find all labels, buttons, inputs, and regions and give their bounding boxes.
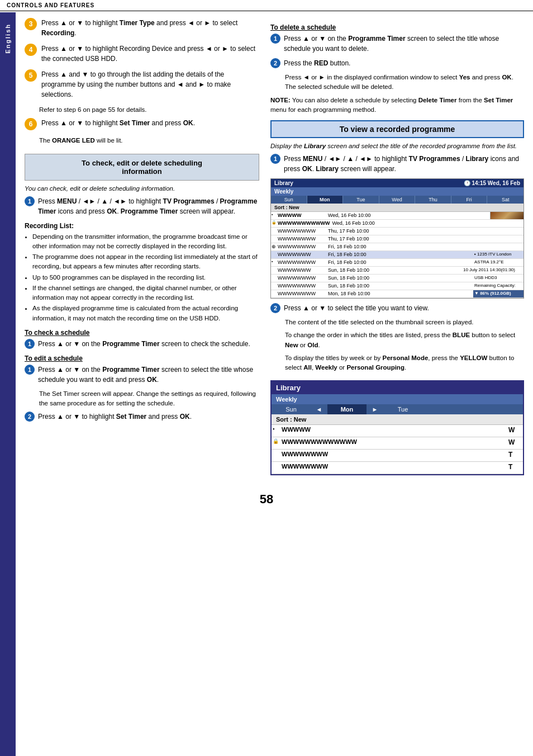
lib2-title-1: WWWWW <box>279 425 506 437</box>
delete-indent-1: Press ◄ or ► in the displayed confirmati… <box>285 73 524 92</box>
delete-step-circle-2: 2 <box>270 58 280 68</box>
section-box-schedule: To check, edit or delete scheduling info… <box>25 154 259 181</box>
lib-date-7: Fri, 18 Feb 10:00 <box>327 259 473 266</box>
lib-icon-6 <box>271 251 277 258</box>
top-bar-label: CONTROLS AND FEATURES <box>7 2 94 8</box>
sidebar: English <box>0 12 16 756</box>
lib-date-8: Sun, 18 Feb 10:00 <box>327 267 462 274</box>
big-day-mon: Mon <box>327 404 367 414</box>
lib-title-8: WWWWWWW <box>277 267 327 274</box>
day-mon: Mon <box>307 196 344 204</box>
section-italic: You can check, edit or delete scheduling… <box>25 185 259 192</box>
lib-info-8: 10 July 2011 14:30(01:30) <box>462 267 524 274</box>
edit-step-2-content: Press ▲ or ▼ to highlight Set Timer and … <box>38 412 259 422</box>
view-step-2-content: Press ▲ or ▼ to select the title you wan… <box>284 303 524 313</box>
library-small-title: Library <box>274 180 293 186</box>
orange-led-text: The ORANGE LED will be lit. <box>39 136 259 145</box>
view-step-circle-1: 1 <box>270 154 280 164</box>
day-sat: Sat <box>487 196 524 204</box>
schedule-step-circle-1: 1 <box>25 196 35 206</box>
lib-title-5: WWWWWWWW <box>277 243 327 251</box>
edit-step-1-content: Press ▲ or ▼ on the Programme Timer scre… <box>38 365 259 385</box>
lib-icon-7: ▪ <box>271 259 277 266</box>
bullet-2: The programme does not appear in the rec… <box>32 252 259 272</box>
lib-date-5: Fri, 18 Feb 10:00 <box>327 243 524 251</box>
lib-icon-1: ▪ <box>271 212 277 219</box>
lib-icon-4 <box>271 235 277 243</box>
library-small-time: 🕐 14:15 Wed, 16 Feb <box>464 180 520 186</box>
lib-date-9: Sun, 18 Feb 10:00 <box>327 275 473 282</box>
library-table-big: Library Weekly Sun ◄ Mon ► Tue Sort : Ne… <box>270 380 524 475</box>
lib2-row-3: WWWWWWWW T <box>272 450 523 462</box>
lib2-row-2: 🔒 WWWWWWWWWWWWW W <box>272 437 523 450</box>
lib-thumb-1 <box>490 212 524 219</box>
lib2-title-3: WWWWWWWW <box>279 450 506 461</box>
lib-title-9: WWWWWWWW <box>277 275 327 282</box>
check-step-1-content: Press ▲ or ▼ on the Programme Timer scre… <box>38 339 259 349</box>
lib-row-4: WWWWWWWW Thu, 17 Feb 10:00 <box>271 235 524 243</box>
edit-schedule-heading: To edit a schedule <box>25 355 259 362</box>
lib-info-10: Remaining Capacity: <box>473 282 524 290</box>
view-section-title: To view a recorded programme <box>340 125 455 134</box>
schedule-step-1: 1 Press MENU / ◄► / ▲ / ◄► to highlight … <box>25 196 259 216</box>
step-4-content: Press ▲ or ▼ to highlight Recording Devi… <box>41 44 259 64</box>
bullet-4: If the channel settings are changed, the… <box>32 284 259 303</box>
lib-row-11: WWWWWWWW Mon, 18 Feb 10:00 ▼ 86% (912.0G… <box>271 290 524 298</box>
big-day-tue: Tue <box>383 404 422 414</box>
step-circle-4: 4 <box>25 44 37 56</box>
big-arrow-right: ► <box>367 404 383 414</box>
right-column: To delete a schedule 1 Press ▲ or ▼ on t… <box>270 18 524 475</box>
step-circle-5: 5 <box>25 69 37 82</box>
library-big-title: Library <box>272 381 523 394</box>
view-step-1: 1 Press MENU / ◄► / ▲ / ◄► to highlight … <box>270 154 524 174</box>
library-big-sort: Sort : New <box>272 414 523 425</box>
view-blue-text: To change the order in which the titles … <box>285 330 524 350</box>
delete-step-1-content: Press ▲ or ▼ on the Programme Timer scre… <box>284 34 524 54</box>
lib2-icon-3 <box>272 450 279 461</box>
view-step-2-indent: The content of the title selected on the… <box>285 318 524 327</box>
lib-title-1: WWWWW <box>277 212 327 219</box>
lib-row-2: 🔒 WWWWWWWWWWW Wed, 16 Feb 10:00 <box>271 220 524 228</box>
page-number: 58 <box>0 492 533 512</box>
lib-icon-10 <box>271 282 277 290</box>
lib-date-6: Fri, 18 Feb 10:00 <box>327 251 473 258</box>
lib-row-6: WWWWWWW Fri, 18 Feb 10:00 ▪ 1235 ITV Lon… <box>271 251 524 259</box>
lib-title-11: WWWWWWWW <box>277 290 327 297</box>
lib-row-5: ⊕ WWWWWWWW Fri, 18 Feb 10:00 <box>271 243 524 251</box>
lib2-row-1: ▪ WWWWW W <box>272 425 523 437</box>
check-step-circle-1: 1 <box>25 339 35 349</box>
lib2-date-3: T <box>506 450 523 461</box>
lib-date-11: Mon, 18 Feb 10:00 <box>327 290 473 297</box>
page-container: CONTROLS AND FEATURES English 3 Press ▲ … <box>0 0 533 756</box>
lib-row-8: WWWWWWW Sun, 18 Feb 10:00 10 July 2011 1… <box>271 267 524 275</box>
lib-title-3: WWWWWWWW <box>277 228 327 235</box>
edit-step-1: 1 Press ▲ or ▼ on the Programme Timer sc… <box>25 365 259 385</box>
lib-date-3: Thu, 17 Feb 10:00 <box>327 228 524 235</box>
step-6: 6 Press ▲ or ▼ to highlight Set Timer an… <box>25 118 259 130</box>
section-box-line1: To check, edit or delete scheduling <box>82 159 202 167</box>
view-step-1-content: Press MENU / ◄► / ▲ / ◄► to highlight TV… <box>284 154 524 174</box>
lib-date-2: Wed, 16 Feb 10:00 <box>331 220 524 227</box>
day-sun: Sun <box>271 196 307 204</box>
delete-schedule-heading: To delete a schedule <box>270 23 524 31</box>
lib-row-3: WWWWWWWW Thu, 17 Feb 10:00 <box>271 228 524 235</box>
lib2-title-4: WWWWWWWW <box>279 462 506 474</box>
view-italic: Display the Library screen and select th… <box>270 143 524 149</box>
library-table-small: Library 🕐 14:15 Wed, 16 Feb Weekly Sun M… <box>270 178 524 299</box>
lib-info-7: ASTRA 19.2°E <box>473 259 524 266</box>
lib-title-2: WWWWWWWWWWW <box>277 220 331 227</box>
edit-indent-1: The Set Timer screen will appear. Change… <box>39 389 259 409</box>
lib-title-4: WWWWWWWW <box>277 235 327 243</box>
lib-title-6: WWWWWWW <box>277 251 327 258</box>
lib-icon-9 <box>271 275 277 282</box>
lib-date-10: Sun, 18 Feb 10:00 <box>327 282 473 290</box>
day-wed: Wed <box>379 196 416 204</box>
lib2-icon-1: ▪ <box>272 425 279 437</box>
delete-step-2: 2 Press the RED button. <box>270 58 524 68</box>
lib2-date-1: W <box>506 425 523 437</box>
bullet-3: Up to 500 programmes can be displayed in… <box>32 273 259 282</box>
left-column: 3 Press ▲ or ▼ to highlight Timer Type a… <box>25 18 259 475</box>
lib-icon-5: ⊕ <box>271 243 277 251</box>
lib-title-10: WWWWWWWW <box>277 282 327 290</box>
step-3: 3 Press ▲ or ▼ to highlight Timer Type a… <box>25 18 259 38</box>
